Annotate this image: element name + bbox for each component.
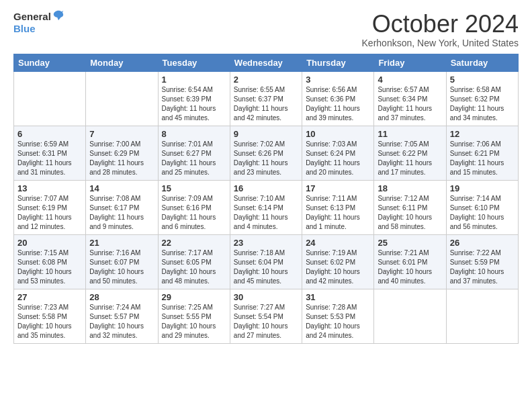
day-number: 24 (306, 238, 370, 248)
day-detail: Sunrise: 7:09 AM Sunset: 6:16 PM Dayligh… (162, 194, 226, 232)
calendar-cell (14, 71, 86, 126)
day-number: 23 (234, 238, 298, 248)
calendar-cell: 31Sunrise: 7:28 AM Sunset: 5:53 PM Dayli… (302, 289, 374, 343)
calendar-cell: 2Sunrise: 6:55 AM Sunset: 6:37 PM Daylig… (230, 71, 302, 126)
day-number: 26 (450, 238, 515, 248)
day-detail: Sunrise: 7:21 AM Sunset: 6:01 PM Dayligh… (378, 248, 442, 286)
calendar-cell (374, 289, 446, 343)
title-block: October 2024 Kerhonkson, New York, Unite… (362, 11, 519, 48)
calendar-cell: 16Sunrise: 7:10 AM Sunset: 6:14 PM Dayli… (230, 180, 302, 234)
calendar-cell: 28Sunrise: 7:24 AM Sunset: 5:57 PM Dayli… (86, 289, 158, 343)
day-number: 3 (306, 75, 370, 85)
weekday-header-thursday: Thursday (302, 54, 374, 71)
day-number: 21 (89, 238, 154, 248)
calendar-cell: 4Sunrise: 6:57 AM Sunset: 6:34 PM Daylig… (374, 71, 446, 126)
calendar-cell: 20Sunrise: 7:15 AM Sunset: 6:08 PM Dayli… (14, 234, 86, 289)
day-number: 10 (306, 129, 370, 139)
day-number: 28 (89, 292, 154, 302)
calendar-cell: 29Sunrise: 7:25 AM Sunset: 5:55 PM Dayli… (158, 289, 230, 343)
day-number: 17 (306, 183, 370, 193)
calendar-cell: 15Sunrise: 7:09 AM Sunset: 6:16 PM Dayli… (158, 180, 230, 234)
day-number: 1 (162, 75, 226, 85)
calendar-cell: 3Sunrise: 6:56 AM Sunset: 6:36 PM Daylig… (302, 71, 374, 126)
day-number: 7 (89, 129, 154, 139)
calendar-cell: 22Sunrise: 7:17 AM Sunset: 6:05 PM Dayli… (158, 234, 230, 289)
calendar-cell: 8Sunrise: 7:01 AM Sunset: 6:27 PM Daylig… (158, 126, 230, 180)
calendar-cell: 19Sunrise: 7:14 AM Sunset: 6:10 PM Dayli… (446, 180, 518, 234)
calendar-week-2: 6Sunrise: 6:59 AM Sunset: 6:31 PM Daylig… (14, 126, 519, 180)
logo-text-blue: Blue (13, 23, 36, 34)
day-detail: Sunrise: 6:55 AM Sunset: 6:37 PM Dayligh… (234, 85, 298, 123)
calendar-cell: 7Sunrise: 7:00 AM Sunset: 6:29 PM Daylig… (86, 126, 158, 180)
day-number: 22 (162, 238, 226, 248)
subtitle: Kerhonkson, New York, United States (362, 38, 519, 48)
calendar-table: SundayMondayTuesdayWednesdayThursdayFrid… (13, 54, 519, 344)
day-number: 14 (89, 183, 154, 193)
day-detail: Sunrise: 7:11 AM Sunset: 6:13 PM Dayligh… (306, 194, 370, 232)
calendar-cell: 5Sunrise: 6:58 AM Sunset: 6:32 PM Daylig… (446, 71, 518, 126)
day-detail: Sunrise: 7:00 AM Sunset: 6:29 PM Dayligh… (89, 140, 154, 177)
day-detail: Sunrise: 7:28 AM Sunset: 5:53 PM Dayligh… (306, 303, 370, 340)
day-number: 8 (162, 129, 226, 139)
calendar-cell: 11Sunrise: 7:05 AM Sunset: 6:22 PM Dayli… (374, 126, 446, 180)
day-number: 27 (17, 292, 82, 302)
calendar-cell: 18Sunrise: 7:12 AM Sunset: 6:11 PM Dayli… (374, 180, 446, 234)
calendar-cell (86, 71, 158, 126)
calendar-cell: 23Sunrise: 7:18 AM Sunset: 6:04 PM Dayli… (230, 234, 302, 289)
day-detail: Sunrise: 6:54 AM Sunset: 6:39 PM Dayligh… (162, 85, 226, 123)
day-detail: Sunrise: 7:06 AM Sunset: 6:21 PM Dayligh… (450, 140, 515, 177)
day-detail: Sunrise: 7:10 AM Sunset: 6:14 PM Dayligh… (234, 194, 298, 232)
header: General Blue October 2024 Kerhonkson, Ne… (13, 11, 519, 48)
day-number: 11 (378, 129, 442, 139)
calendar-cell: 6Sunrise: 6:59 AM Sunset: 6:31 PM Daylig… (14, 126, 86, 180)
weekday-header-monday: Monday (86, 54, 158, 71)
calendar-cell: 13Sunrise: 7:07 AM Sunset: 6:19 PM Dayli… (14, 180, 86, 234)
day-detail: Sunrise: 7:07 AM Sunset: 6:19 PM Dayligh… (17, 194, 82, 232)
calendar-cell: 12Sunrise: 7:06 AM Sunset: 6:21 PM Dayli… (446, 126, 518, 180)
calendar-cell: 10Sunrise: 7:03 AM Sunset: 6:24 PM Dayli… (302, 126, 374, 180)
day-number: 20 (17, 238, 82, 248)
day-number: 25 (378, 238, 442, 248)
day-detail: Sunrise: 7:25 AM Sunset: 5:55 PM Dayligh… (162, 303, 226, 340)
weekday-header-row: SundayMondayTuesdayWednesdayThursdayFrid… (14, 54, 519, 71)
weekday-header-wednesday: Wednesday (230, 54, 302, 71)
day-number: 9 (234, 129, 298, 139)
day-detail: Sunrise: 7:14 AM Sunset: 6:10 PM Dayligh… (450, 194, 515, 232)
day-detail: Sunrise: 7:08 AM Sunset: 6:17 PM Dayligh… (89, 194, 154, 232)
logo: General Blue (13, 11, 64, 35)
calendar-cell: 30Sunrise: 7:27 AM Sunset: 5:54 PM Dayli… (230, 289, 302, 343)
calendar-week-4: 20Sunrise: 7:15 AM Sunset: 6:08 PM Dayli… (14, 234, 519, 289)
logo-bird-icon (52, 9, 64, 21)
calendar-cell: 26Sunrise: 7:22 AM Sunset: 5:59 PM Dayli… (446, 234, 518, 289)
day-number: 4 (378, 75, 442, 85)
day-detail: Sunrise: 7:05 AM Sunset: 6:22 PM Dayligh… (378, 140, 442, 177)
calendar-week-5: 27Sunrise: 7:23 AM Sunset: 5:58 PM Dayli… (14, 289, 519, 343)
calendar-cell: 21Sunrise: 7:16 AM Sunset: 6:07 PM Dayli… (86, 234, 158, 289)
day-number: 2 (234, 75, 298, 85)
day-number: 6 (17, 129, 82, 139)
page: General Blue October 2024 Kerhonkson, Ne… (0, 0, 532, 351)
weekday-header-sunday: Sunday (14, 54, 86, 71)
calendar-week-3: 13Sunrise: 7:07 AM Sunset: 6:19 PM Dayli… (14, 180, 519, 234)
day-number: 12 (450, 129, 515, 139)
day-detail: Sunrise: 7:03 AM Sunset: 6:24 PM Dayligh… (306, 140, 370, 177)
day-detail: Sunrise: 7:15 AM Sunset: 6:08 PM Dayligh… (17, 248, 82, 286)
day-detail: Sunrise: 7:19 AM Sunset: 6:02 PM Dayligh… (306, 248, 370, 286)
weekday-header-saturday: Saturday (446, 54, 518, 71)
calendar-cell: 27Sunrise: 7:23 AM Sunset: 5:58 PM Dayli… (14, 289, 86, 343)
calendar-week-1: 1Sunrise: 6:54 AM Sunset: 6:39 PM Daylig… (14, 71, 519, 126)
weekday-header-friday: Friday (374, 54, 446, 71)
day-detail: Sunrise: 7:17 AM Sunset: 6:05 PM Dayligh… (162, 248, 226, 286)
calendar-cell (446, 289, 518, 343)
day-number: 18 (378, 183, 442, 193)
day-number: 5 (450, 75, 515, 85)
day-detail: Sunrise: 7:18 AM Sunset: 6:04 PM Dayligh… (234, 248, 298, 286)
calendar-cell: 17Sunrise: 7:11 AM Sunset: 6:13 PM Dayli… (302, 180, 374, 234)
calendar-cell: 25Sunrise: 7:21 AM Sunset: 6:01 PM Dayli… (374, 234, 446, 289)
weekday-header-tuesday: Tuesday (158, 54, 230, 71)
calendar-cell: 24Sunrise: 7:19 AM Sunset: 6:02 PM Dayli… (302, 234, 374, 289)
day-detail: Sunrise: 7:22 AM Sunset: 5:59 PM Dayligh… (450, 248, 515, 286)
day-detail: Sunrise: 6:59 AM Sunset: 6:31 PM Dayligh… (17, 140, 82, 177)
day-number: 13 (17, 183, 82, 193)
day-detail: Sunrise: 6:57 AM Sunset: 6:34 PM Dayligh… (378, 85, 442, 123)
